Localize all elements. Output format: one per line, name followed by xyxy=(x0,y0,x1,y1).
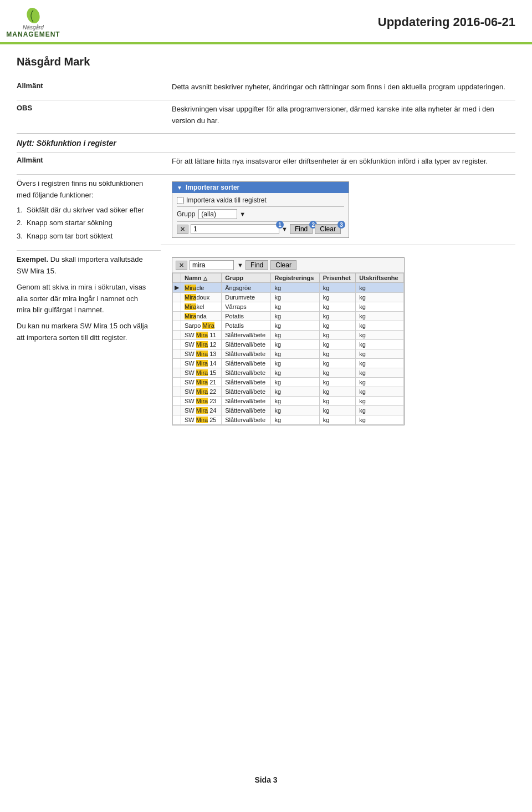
dialog-clear-button[interactable]: Clear xyxy=(315,224,341,234)
row-marker xyxy=(173,302,181,312)
cell-name: SW Mira 11 xyxy=(181,331,222,340)
cell-reg: kg xyxy=(271,368,319,378)
section-allman2-text: För att lättare hitta nya insatsvaror el… xyxy=(161,153,515,175)
cell-pris: kg xyxy=(319,293,356,302)
table-row[interactable]: SW Mira 21Slåttervall/betekgkgkg xyxy=(173,378,404,387)
table-row[interactable]: SW Mira 24Slåttervall/betekgkgkg xyxy=(173,406,404,415)
col-header-utskr: Utskriftsenhe xyxy=(356,273,404,283)
cell-pris: kg xyxy=(319,359,356,368)
cell-utskr: kg xyxy=(356,340,404,349)
cell-group: Slåttervall/bete xyxy=(222,359,271,368)
cell-pris: kg xyxy=(319,387,356,397)
cell-pris: kg xyxy=(319,406,356,415)
section-allman2: Allmänt För att lättare hitta nya insats… xyxy=(17,153,515,175)
exempel-text2: Genom att skiva in mira i sökrutan, visa… xyxy=(17,282,150,316)
group-select[interactable]: (alla) xyxy=(198,209,237,219)
cell-pris: kg xyxy=(319,349,356,359)
cell-group: Slåttervall/bete xyxy=(222,368,271,378)
main-content: Näsgård Mark Allmänt Detta avsnitt beskr… xyxy=(0,44,532,443)
cell-reg: kg xyxy=(271,406,319,415)
group-label: Grupp xyxy=(177,210,195,218)
overs-list: 1. Sökfält där du skriver vad söker efte… xyxy=(17,205,150,242)
screenshot-search-results: ✕ ▼ Find Clear Namn △ Grupp Registrering… xyxy=(172,257,405,425)
page-title: Näsgård Mark xyxy=(17,55,515,68)
cell-name: SW Mira 15 xyxy=(181,368,222,378)
cell-reg: kg xyxy=(271,293,319,302)
cell-pris: kg xyxy=(319,321,356,331)
overs-label: Övers i registren finns nu sökfunktionen… xyxy=(17,179,143,199)
row-marker xyxy=(173,312,181,321)
exempel-text1: Exempel. Du skall importera vallutsäde S… xyxy=(17,254,150,277)
page-footer: Sida 3 xyxy=(0,764,532,795)
cell-utskr: kg xyxy=(356,293,404,302)
cell-utskr: kg xyxy=(356,415,404,425)
search-input[interactable] xyxy=(190,260,234,270)
cell-utskr: kg xyxy=(356,359,404,368)
cell-utskr: kg xyxy=(356,406,404,415)
cell-reg: kg xyxy=(271,312,319,321)
cell-name: Mirakel xyxy=(181,302,222,312)
row-marker xyxy=(173,406,181,415)
row-marker: ▶ xyxy=(173,283,181,293)
cell-name: SW Mira 23 xyxy=(181,397,222,406)
col-header-grupp: Grupp xyxy=(222,273,271,283)
header-title: Uppdatering 2016-06-21 xyxy=(378,15,515,29)
cell-name: SW Mira 25 xyxy=(181,415,222,425)
search-dropdown-icon[interactable]: ▼ xyxy=(237,262,243,268)
cell-name: Miracle xyxy=(181,283,222,293)
cell-reg: kg xyxy=(271,415,319,425)
cell-group: Slåttervall/bete xyxy=(222,397,271,406)
cell-reg: kg xyxy=(271,378,319,387)
table-row[interactable]: SW Mira 11Slåttervall/betekgkgkg xyxy=(173,331,404,340)
row-marker xyxy=(173,340,181,349)
cell-group: Potatis xyxy=(222,312,271,321)
row-marker xyxy=(173,321,181,331)
table-row[interactable]: SW Mira 15Slåttervall/betekgkgkg xyxy=(173,368,404,378)
cell-utskr: kg xyxy=(356,283,404,293)
list-item-1: 1. Sökfält där du skriver vad söker efte… xyxy=(17,205,150,216)
search-find-button[interactable]: Find xyxy=(245,260,268,270)
cell-utskr: kg xyxy=(356,378,404,387)
dialog-arrow-icon: ▼ xyxy=(177,185,182,191)
table-row[interactable]: SW Mira 13Slåttervall/betekgkgkg xyxy=(173,349,404,359)
section-allman1: Allmänt Detta avsnitt beskriver nyheter,… xyxy=(17,78,515,100)
dialog-search-row: ✕ 1 ▼ Find 2 Clear 3 xyxy=(177,224,344,234)
search-x-button[interactable]: ✕ xyxy=(176,261,187,270)
badge-3: 3 xyxy=(337,221,345,229)
section-obs: OBS Beskrivningen visar uppgifter för al… xyxy=(17,100,515,134)
table-row[interactable]: SW Mira 22Slåttervall/betekgkgkg xyxy=(173,387,404,397)
table-row[interactable]: SW Mira 14Slåttervall/betekgkgkg xyxy=(173,359,404,368)
table-row[interactable]: SW Mira 23Slåttervall/betekgkgkg xyxy=(173,397,404,406)
table-row[interactable]: SW Mira 12Slåttervall/betekgkgkg xyxy=(173,340,404,349)
table-row[interactable]: MirandaPotatiskgkgkg xyxy=(173,312,404,321)
table-row[interactable]: MiradouxDurumvetekgkgkg xyxy=(173,293,404,302)
group-dropdown-icon[interactable]: ▼ xyxy=(239,211,245,217)
section-exempel-right: ✕ ▼ Find Clear Namn △ Grupp Registrering… xyxy=(161,251,515,432)
section-obs-label: OBS xyxy=(17,100,161,134)
search-bar: ✕ ▼ Find Clear xyxy=(172,258,404,273)
table-row[interactable]: SW Mira 25Slåttervall/betekgkgkg xyxy=(173,415,404,425)
dialog-x-button[interactable]: ✕ xyxy=(177,225,188,234)
cell-reg: kg xyxy=(271,331,319,340)
cell-name: Sarpo Mira xyxy=(181,321,222,331)
section-exempel-left: Exempel. Du skall importera vallutsäde S… xyxy=(17,251,161,351)
cell-utskr: kg xyxy=(356,397,404,406)
row-marker xyxy=(173,415,181,425)
cell-pris: kg xyxy=(319,312,356,321)
cell-name: SW Mira 21 xyxy=(181,378,222,387)
dialog-search-input[interactable] xyxy=(191,224,279,234)
exempel-text3: Du kan nu markera SW Mira 15 och välja a… xyxy=(17,321,150,344)
cell-group: Durumvete xyxy=(222,293,271,302)
cell-name: SW Mira 12 xyxy=(181,340,222,349)
cell-name: Miradoux xyxy=(181,293,222,302)
table-row[interactable]: Sarpo MiraPotatiskgkgkg xyxy=(173,321,404,331)
col-header-namn: Namn △ xyxy=(181,273,222,283)
cell-group: Slåttervall/bete xyxy=(222,340,271,349)
table-row[interactable]: MirakelVårrapskgkgkg xyxy=(173,302,404,312)
search-clear-button[interactable]: Clear xyxy=(270,260,296,270)
table-row[interactable]: ▶MiracleÄngsgröekgkgkg xyxy=(173,283,404,293)
dialog-checkbox[interactable] xyxy=(177,197,184,204)
cell-group: Ängsgröe xyxy=(222,283,271,293)
section-obs-text: Beskrivningen visar uppgifter för alla p… xyxy=(161,100,515,134)
screenshot-import-dialog: ▼ Importerar sorter Importera valda till… xyxy=(172,181,349,238)
